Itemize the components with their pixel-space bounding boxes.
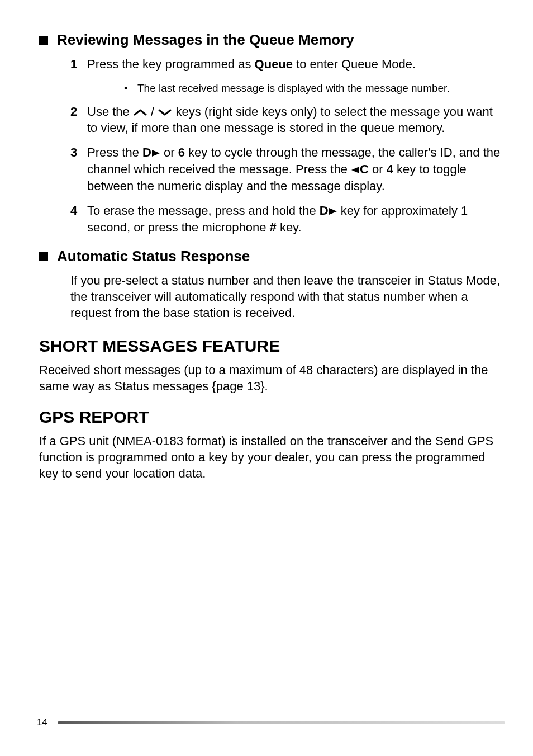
key-6: 6 — [178, 145, 185, 159]
heading-text: Automatic Status Response — [57, 248, 250, 265]
key-hash: # — [270, 220, 277, 234]
footer-divider — [58, 721, 505, 724]
step-3: 3 Press the D or 6 key to cycle through … — [70, 145, 505, 194]
step-text: To erase the message, press and hold the… — [87, 203, 505, 235]
step-text: Press the key programmed as Queue to ent… — [87, 56, 505, 73]
svg-marker-0 — [152, 150, 160, 157]
text-fragment: or — [369, 162, 387, 176]
text-fragment: / — [147, 105, 158, 119]
paragraph-gps: If a GPS unit (NMEA-0183 format) is inst… — [39, 433, 505, 481]
svg-marker-2 — [329, 208, 337, 215]
bullet-dot-icon: • — [124, 82, 137, 96]
step-2: 2 Use the / keys (right side keys only) … — [70, 104, 505, 136]
key-d: D — [142, 145, 151, 159]
caret-up-icon — [133, 108, 147, 116]
text-fragment: Press the key programmed as — [87, 57, 255, 71]
square-bullet-icon — [39, 36, 48, 45]
key-c: C — [360, 162, 369, 176]
section-heading-auto: Automatic Status Response — [39, 248, 505, 265]
key-4: 4 — [387, 162, 393, 176]
step-text: Press the D or 6 key to cycle through th… — [87, 145, 505, 194]
step-number: 2 — [70, 104, 87, 136]
heading-text: Reviewing Messages in the Queue Memory — [57, 31, 354, 49]
section-heading-short: SHORT MESSAGES FEATURE — [39, 337, 505, 356]
paragraph-short: Received short messages (up to a maximum… — [39, 362, 505, 394]
step-1: 1 Press the key programmed as Queue to e… — [70, 56, 505, 73]
step-number: 3 — [70, 145, 87, 194]
triangle-left-icon — [351, 162, 360, 178]
text-fragment: Press the — [87, 145, 142, 159]
caret-down-icon — [158, 108, 172, 116]
text-fragment: To erase the message, press and hold the — [87, 204, 320, 218]
page-footer: 14 — [37, 717, 505, 728]
key-d: D — [320, 204, 329, 218]
bold-fragment: Queue — [255, 57, 293, 71]
section-heading-reviewing: Reviewing Messages in the Queue Memory — [39, 31, 505, 49]
text-fragment: Use the — [87, 105, 133, 119]
step-1-sub: • The last received message is displayed… — [124, 82, 505, 96]
svg-marker-1 — [351, 167, 359, 173]
step-4: 4 To erase the message, press and hold t… — [70, 203, 505, 235]
step-text: Use the / keys (right side keys only) to… — [87, 104, 505, 136]
section-heading-gps: GPS REPORT — [39, 408, 505, 427]
text-fragment: key. — [277, 220, 302, 234]
text-fragment: to enter Queue Mode. — [293, 57, 416, 71]
triangle-right-icon — [151, 145, 160, 162]
page-content: Reviewing Messages in the Queue Memory 1… — [0, 0, 533, 481]
sub-text: The last received message is displayed w… — [137, 82, 450, 96]
triangle-right-icon — [329, 204, 337, 220]
step-number: 4 — [70, 203, 87, 235]
paragraph-auto: If you pre-select a status number and th… — [70, 273, 505, 321]
text-fragment: or — [160, 145, 178, 159]
square-bullet-icon — [39, 252, 48, 261]
page-number: 14 — [37, 717, 47, 728]
step-number: 1 — [70, 56, 87, 73]
ordered-steps: 1 Press the key programmed as Queue to e… — [70, 56, 505, 235]
